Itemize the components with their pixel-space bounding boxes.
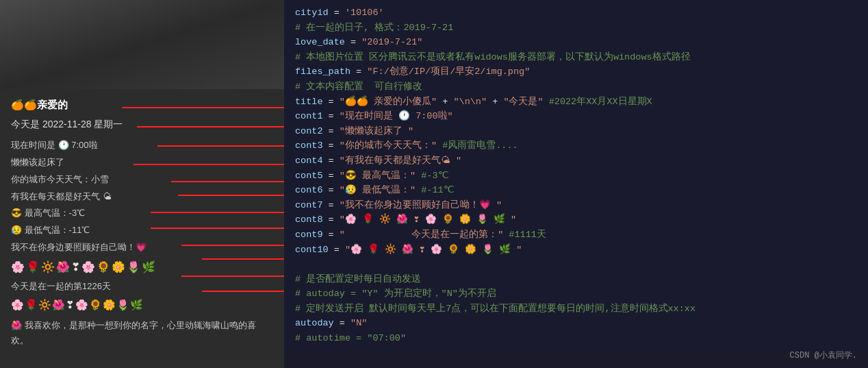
footer-display: 🌺 我喜欢你，是那种一想到你的名字，心里动辄海啸山鸣的喜欢。 <box>11 318 273 348</box>
code-line-15: cont8 = "🌸 🌹 🔆 🌺 ❣ 🌸 🌻 🌼 🌷 🌿 " <box>295 212 857 228</box>
code-line-17: cont10 = "🌸 🌹 🔆 🌺 ❣ 🌸 🌻 🌼 🌷 🌿 " <box>295 243 857 258</box>
code-line-5: files_path = "F:/创意/IP/项目/早安2/img.png" <box>295 64 857 79</box>
emoji1-display: 🌸🌹🔆🌺❣🌸🌻🌼🌷🌿 <box>11 258 273 276</box>
code-line-12: cont5 = "😎 最高气温：" #-3℃ <box>295 169 857 184</box>
time-display: 现在时间是 🕐 7:00啦 <box>11 138 273 153</box>
csdn-watermark: CSDN @小袁同学. <box>790 349 857 363</box>
together-display: 今天是在一起的第1226天 <box>11 279 273 294</box>
code-line-19: # autoday = "Y" 为开启定时，"N"为不开启 <box>295 286 857 302</box>
code-line-9: cont2 = "懒懒该起床了 " <box>295 124 857 139</box>
weather-label-display: 你的城市今天天气：小雪 <box>11 172 273 187</box>
date-display: 今天是 2022-11-28 星期一 <box>11 116 273 133</box>
left-content: 🍊🍊亲爱的 今天是 2022-11-28 星期一 现在时间是 🕐 7:00啦 懒… <box>0 89 284 368</box>
title-display: 🍊🍊亲爱的 <box>11 96 273 114</box>
code-line-blank <box>295 257 857 272</box>
code-line-11: cont4 = "有我在每天都是好天气🌤 " <box>295 154 857 169</box>
image-content <box>0 0 284 89</box>
code-line-13: cont6 = "😥 最低气温：" #-11℃ <box>295 183 857 198</box>
left-panel: 🍊🍊亲爱的 今天是 2022-11-28 星期一 现在时间是 🕐 7:00啦 懒… <box>0 0 284 368</box>
code-line-8: cont1 = "现在时间是 🕐 7:00啦" <box>295 109 857 124</box>
high-temp-display: 😎 最高气温：-3℃ <box>11 206 273 221</box>
code-line-20: # 定时发送开启 默认时间每天早上7点，可以在下面配置想要每日的时间,注意时间格… <box>295 302 857 317</box>
code-line-21: autoday = "N" <box>295 316 857 331</box>
code-line-3: love_date = "2019-7-21" <box>295 35 857 50</box>
code-line-6: # 文本内容配置 可自行修改 <box>295 79 857 95</box>
code-line-7: title = "🍊🍊 亲爱的小傻瓜" + "\n\n" + "今天是" #20… <box>295 95 857 110</box>
code-editor: cityid = '10106' # 在一起的日子, 格式：2019-7-21 … <box>284 0 868 368</box>
code-line-14: cont7 = "我不在你身边要照顾好自己呦！💗 " <box>295 198 857 213</box>
weather-good-display: 有我在每天都是好天气 🌤 <box>11 189 273 204</box>
code-line-4: # 本地图片位置 区分腾讯云不是或者私有widows服务器部署，以下默认为win… <box>295 50 857 65</box>
code-line-2: # 在一起的日子, 格式：2019-7-21 <box>295 21 857 36</box>
code-line-16: cont9 = " 今天是在一起的第：" #1111天 <box>295 228 857 243</box>
code-line-10: cont3 = "你的城市今天天气：" #风雨雷电雪.... <box>295 138 857 154</box>
code-line-1: cityid = '10106' <box>295 5 857 21</box>
header-image <box>0 0 284 89</box>
lazy-display: 懒懒该起床了 <box>11 155 273 170</box>
code-line-22: # autotime = "07:00" <box>295 331 857 346</box>
code-content: cityid = '10106' # 在一起的日子, 格式：2019-7-21 … <box>284 0 868 352</box>
code-line-18: # 是否配置定时每日自动发送 <box>295 272 857 287</box>
care-display: 我不在你身边要照顾好自己呦！💗 <box>11 240 273 255</box>
main-container: 🍊🍊亲爱的 今天是 2022-11-28 星期一 现在时间是 🕐 7:00啦 懒… <box>0 0 868 368</box>
emoji2-display: 🌸🌹🔆🌺❣🌸🌻🌼🌷🌿 <box>11 296 273 314</box>
low-temp-display: 😥 最低气温：-11℃ <box>11 223 273 238</box>
